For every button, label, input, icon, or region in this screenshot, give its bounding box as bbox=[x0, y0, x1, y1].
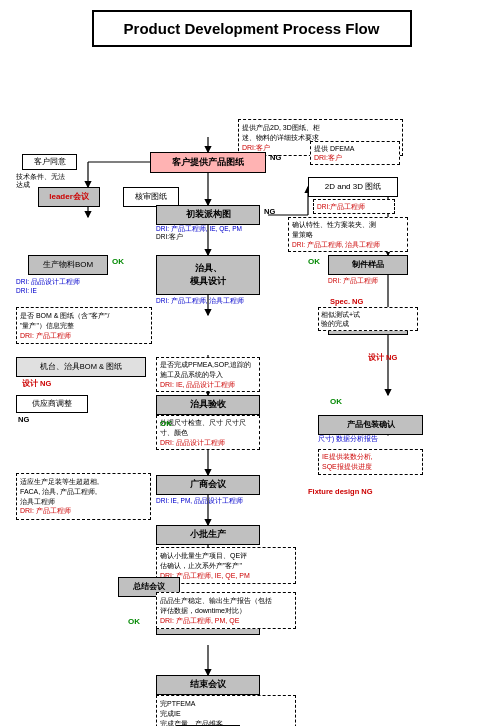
fixture-design-ng: Fixture design NG bbox=[308, 487, 373, 496]
fixture-design-box: 治具、模具设计 bbox=[156, 255, 260, 295]
ng-supplier: NG bbox=[18, 415, 29, 424]
ng-initial: NG bbox=[264, 207, 275, 216]
design-ng-2: 设计 NG bbox=[368, 353, 397, 363]
note-fixture-spec: 是否 BOM & 图纸（含"客产"/ "量产"）信息完整 DRI: 产品工程师 bbox=[16, 307, 152, 344]
material-bom-dri: DRI: 品品设计工程师 DRI: IE bbox=[16, 277, 116, 295]
leader-meeting-box: leader会议 bbox=[38, 187, 100, 207]
ok-fixture: OK bbox=[160, 419, 172, 428]
initial-plan-box: 初装派构图 bbox=[156, 205, 260, 225]
customer-agree-box: 客户同意 bbox=[22, 154, 77, 170]
flowchart: 提供产品2D, 3D图纸、柜 迷、物料的详细技术要求 DRI:客户 客户提供产品… bbox=[8, 57, 495, 717]
fixture-dri: DRI: 产品工程师, 治具工程师 bbox=[156, 297, 260, 305]
ng-label-top: NG bbox=[270, 153, 281, 162]
customer-drawing-box: 客户提供产品图纸 bbox=[150, 152, 266, 173]
2d3d-box: 2D and 3D 图纸 bbox=[308, 177, 398, 197]
ok-opt: OK bbox=[128, 617, 140, 626]
test-note: 相似测试+试 验的完成 bbox=[318, 307, 418, 331]
material-bom-box: 生产物料BOM bbox=[28, 255, 108, 275]
ok-sample: OK bbox=[330, 397, 342, 406]
ok-label-2: OK bbox=[308, 257, 320, 266]
pfmea-note: 是否完成PFMEA,SOP,追踪的 施工及品系统的导入 DRI: IE, 品品设… bbox=[156, 357, 260, 392]
page-title: Product Development Process Flow bbox=[92, 10, 412, 47]
2d3d-note: DRI:产品工程师 bbox=[313, 199, 395, 214]
ml-dri: DRI: IE, PM, 品品设计工程师 bbox=[156, 497, 296, 505]
machine-bom-box: 机台、治具BOM & 图纸 bbox=[16, 357, 146, 377]
spec-drawing-box: 核审图纸 bbox=[123, 187, 179, 207]
make-sample-dri: DRI: 产品工程师 bbox=[328, 277, 418, 285]
page: Product Development Process Flow bbox=[0, 0, 503, 726]
design-ng-1: 设计 NG bbox=[22, 379, 51, 389]
note-get-ok: 确认特性、性方案装夹、测量策略 DRI: 产品工程师, 治具工程师 bbox=[288, 217, 408, 252]
dimension-note: 尺寸) 数据分析报告 bbox=[318, 435, 423, 443]
ie-analysis-note: IE提供装数分析, SQE报提供进度 bbox=[318, 449, 423, 475]
stable-note: 品品生产稳定、输出生产报告（包括 评估数据，downtime对比） DRI: 产… bbox=[156, 592, 296, 629]
fixture-ok-box: 治具验收 bbox=[156, 395, 260, 415]
review-note: 完PTFEMA 完成IE 完成产量、产品维客 完成品品过程报告参考 DRI: I… bbox=[156, 695, 296, 726]
product-pkg-box: 产品包装确认 bbox=[318, 415, 423, 435]
dri-initial: DRI: 产品工程师, IE, QE, PM DRI:客户 bbox=[156, 225, 260, 242]
ok-label-1: OK bbox=[112, 257, 124, 266]
make-sample-box: 制件样品 bbox=[328, 255, 408, 275]
small-batch-box: 小批生产 bbox=[156, 525, 260, 545]
dfema-note: 提供 DFEMA DRI:客户 bbox=[310, 141, 400, 165]
ml-meeting-box: 广商会议 bbox=[156, 475, 260, 495]
spec-ng-label: Spec. NG bbox=[330, 297, 363, 306]
supplier-box: 供应商调整 bbox=[16, 395, 88, 413]
material-prep-note: 适应生产足装等生超超相, FACA, 治具, 产品工程师, 治具工程师 DRI:… bbox=[16, 473, 151, 520]
review-meeting-box: 结束会议 bbox=[156, 675, 260, 695]
